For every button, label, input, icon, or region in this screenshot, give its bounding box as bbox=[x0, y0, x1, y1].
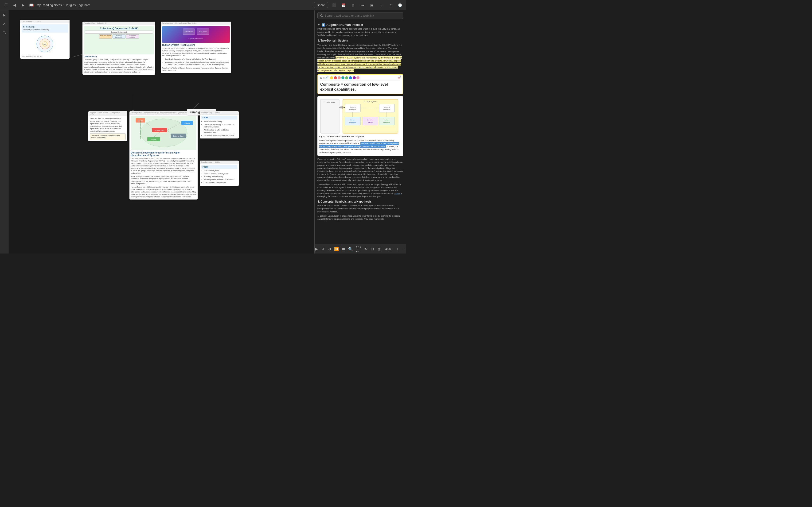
layers-icon[interactable]: ⬛ bbox=[331, 2, 338, 8]
hlamt-svg: Outside World H-LAM/T System Matching Pr… bbox=[319, 98, 399, 134]
svg-point-19 bbox=[140, 119, 187, 147]
svg-text:HUMAN System: HUMAN System bbox=[185, 31, 193, 33]
section4-item1: 1. Concept Manipulation–Humans rose abov… bbox=[317, 215, 403, 221]
search-box[interactable] bbox=[317, 12, 403, 19]
sidebar-toggle-icon[interactable]: ☰ bbox=[3, 2, 9, 8]
rewind-icon[interactable]: ⏪ bbox=[334, 246, 339, 252]
composite-header: Augment Human Intellect → Composite > co… bbox=[88, 111, 127, 116]
main-collective-iq-card[interactable]: Paradigm-Map → Untitled Collective IQ: H… bbox=[20, 20, 69, 59]
svg-text:Matching: Matching bbox=[384, 106, 390, 108]
dkr-body-text3: Human Systems would include specially tr… bbox=[131, 186, 196, 199]
human-system-card[interactable]: Paradigm-Map → Human System / Tool Syste… bbox=[161, 21, 231, 73]
collapse-icon[interactable]: ▼ bbox=[317, 23, 320, 26]
svg-text:Outside World: Outside World bbox=[325, 102, 335, 104]
forward-button[interactable]: ▶ bbox=[20, 2, 26, 8]
skip-back-icon[interactable]: ⏮ bbox=[327, 246, 331, 252]
breadcrumb-reading-notes[interactable]: My Reading Notes bbox=[37, 3, 62, 7]
canvas-area[interactable]: Paradigm-Map → Untitled Collective IQ: H… bbox=[8, 10, 314, 253]
human-system-list-item-2: Vocabulary, conventions, roles, organiza… bbox=[165, 61, 230, 66]
zoom-out-icon[interactable]: − bbox=[402, 246, 406, 252]
more-icon[interactable]: ••• bbox=[359, 2, 366, 8]
pen-tool-icon[interactable] bbox=[1, 21, 7, 27]
search-bottom-icon[interactable]: 🔍 bbox=[348, 246, 353, 252]
color-purple[interactable] bbox=[353, 76, 356, 79]
view-icon[interactable]: ☰ bbox=[378, 2, 385, 8]
section-title: Augment Human Intellect bbox=[326, 23, 363, 26]
table-icon[interactable]: ⊞ bbox=[320, 76, 322, 79]
svg-text:Capability Infrastructure: Capability Infrastructure bbox=[189, 38, 203, 40]
color-rose[interactable] bbox=[356, 76, 359, 79]
svg-point-1 bbox=[3, 31, 5, 33]
svg-text:Human: Human bbox=[350, 119, 355, 121]
eye-icon[interactable]: 👁 bbox=[364, 246, 368, 252]
human-system-list: Coordinated systems of tools and artifac… bbox=[162, 58, 230, 66]
clock-icon[interactable]: 🕐 bbox=[397, 2, 403, 8]
play-icon[interactable]: ▶ bbox=[315, 246, 318, 252]
color-swatches bbox=[330, 76, 359, 79]
color-pink[interactable] bbox=[338, 76, 341, 79]
main-card-subtitle: How well people work collectively bbox=[23, 29, 67, 31]
codiak-header: Paradigm-Map → Collective IQ bbox=[83, 21, 155, 25]
composite-annotation: Composite = composition of low-level exp… bbox=[90, 133, 126, 140]
color-teal[interactable] bbox=[341, 76, 345, 79]
color-green[interactable] bbox=[345, 76, 348, 79]
codiak-title: Collective IQ Depends on CoDIAK bbox=[85, 27, 153, 30]
print-icon[interactable]: 🖨 bbox=[377, 246, 381, 252]
main-layout: Paradigm-Map → Untitled Collective IQ: H… bbox=[0, 10, 406, 253]
zoom-display: 45% bbox=[384, 247, 393, 251]
fig-title: Fig.1: The Two Sides of the H-LAM/T Syst… bbox=[319, 135, 401, 138]
canvas-container: Paradigm-Map → Untitled Collective IQ: H… bbox=[8, 10, 314, 253]
search-icon bbox=[320, 14, 323, 17]
external-intel-box: External Intelligence bbox=[112, 34, 125, 39]
refresh-icon[interactable]: ↺ bbox=[321, 246, 325, 252]
dkr-card[interactable]: Paradigm-Map → Dynamic Knowledge Reposit… bbox=[130, 111, 198, 200]
select-tool-icon[interactable] bbox=[1, 12, 7, 19]
composite-card[interactable]: Augment Human Intellect → Composite > co… bbox=[88, 111, 127, 141]
color-blue[interactable] bbox=[349, 76, 352, 79]
svg-rect-37 bbox=[320, 99, 339, 133]
color-yellow[interactable] bbox=[330, 76, 333, 79]
record-icon[interactable]: ⏺ bbox=[342, 246, 345, 252]
copy-icon[interactable]: ⎘ bbox=[323, 76, 324, 79]
from-label-2: FROM bbox=[201, 165, 237, 169]
section3-title: 3. Two-Domain System bbox=[317, 39, 403, 42]
tool-centric-card[interactable]: Paradigm-Map → Untitled FROM Tool-centri… bbox=[200, 161, 239, 186]
dkr-body: E-Mail Catalog Shared Files Journal bbox=[130, 115, 198, 200]
left-sidebar bbox=[0, 10, 8, 253]
search-icon[interactable] bbox=[1, 29, 7, 36]
panel-icon[interactable]: ▣ bbox=[368, 2, 375, 8]
codiak-body-text: Consider a group's Collective IQ to repr… bbox=[84, 58, 154, 73]
breadcrumb: My Reading Notes / Douglas Engelbart bbox=[37, 3, 90, 7]
calendar-icon[interactable]: 📅 bbox=[340, 2, 347, 8]
tool-centric-list: Tool-centric system Function-oriented to… bbox=[201, 170, 237, 184]
grid-icon[interactable]: ⊞ bbox=[350, 2, 356, 8]
book-icon[interactable]: 📖 bbox=[28, 2, 35, 8]
annotation-page-num: 14 bbox=[398, 75, 401, 78]
right-panel-content[interactable]: ▼ 📄 Augment Human Intellect synthetic ex… bbox=[315, 21, 406, 244]
frame-icon[interactable]: ⊡ bbox=[370, 246, 374, 252]
svg-text:Catalog: Catalog bbox=[185, 122, 190, 124]
svg-text:Processes: Processes bbox=[384, 122, 390, 123]
codiak-subtitle: Collective IQ bbox=[84, 55, 154, 58]
search-input[interactable] bbox=[324, 14, 401, 17]
zoom-in-icon[interactable]: + bbox=[396, 246, 400, 252]
list-icon[interactable]: ≡ bbox=[387, 2, 394, 8]
color-red[interactable] bbox=[334, 76, 337, 79]
system-link[interactable]: system bbox=[394, 192, 400, 195]
svg-text:Processes: Processes bbox=[349, 122, 356, 123]
dkr-body-text: Central to improving a group's Collectiv… bbox=[131, 157, 196, 175]
share-button[interactable]: Share bbox=[314, 2, 328, 8]
tool-centric-item-3: Authoring and Publishing bbox=[204, 176, 237, 178]
dkr-title: Dynamic Knowledge Repositories and Open … bbox=[131, 151, 196, 157]
svg-text:Matching: Matching bbox=[350, 106, 355, 108]
link-icon[interactable]: 🔗 bbox=[325, 76, 328, 79]
breadcrumb-author[interactable]: Douglas Engelbart bbox=[65, 3, 90, 7]
file-level-item-4: Each application has unique file design bbox=[204, 134, 237, 137]
back-button[interactable]: ◀ bbox=[11, 2, 18, 8]
composite-body: There are thus two separate domains of a… bbox=[88, 116, 127, 141]
annotation-popup[interactable]: ⊞ ⎘ 🔗 🗑 bbox=[317, 74, 403, 94]
collective-iq-codiak-card[interactable]: Paradigm-Map → Collective IQ Collective … bbox=[83, 21, 155, 75]
section-icon: 📄 bbox=[322, 23, 325, 26]
file-level-card[interactable]: Paradigm-Map → Untitled FROM File-level … bbox=[200, 111, 239, 138]
intro-body-text: synthetic extension of the natural struc… bbox=[317, 27, 403, 37]
